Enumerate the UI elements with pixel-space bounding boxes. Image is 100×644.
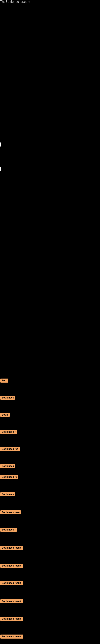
result-row: Bottleneck result — [0, 580, 23, 587]
result-row: Bottleneck result — [0, 633, 23, 640]
cursor-line-1 — [0, 142, 1, 146]
result-row: Bottleneck — [0, 463, 15, 470]
bottleneck-result-button[interactable]: Bottleneck r — [0, 430, 17, 434]
bottleneck-result-button[interactable]: Bottleneck — [0, 396, 15, 400]
bottleneck-result-button[interactable]: Bottleneck r — [0, 528, 17, 532]
result-row: Bott — [0, 377, 8, 384]
bottleneck-result-button[interactable]: Bottleneck result — [0, 617, 23, 621]
result-row: Bottleneck result — [0, 598, 23, 605]
result-row: Bottleneck result — [0, 616, 23, 623]
bottleneck-result-button[interactable]: Bottleneck re — [0, 475, 18, 479]
result-row: Bottleneck re — [0, 474, 18, 481]
result-row: Bottleneck — [0, 491, 15, 498]
bottleneck-result-button[interactable]: Bott — [0, 378, 8, 382]
bottleneck-result-button[interactable]: Bottleneck result — [0, 599, 23, 603]
result-row: Bottleneck r — [0, 429, 17, 436]
bottleneck-result-button[interactable]: Bottleneck result — [0, 581, 23, 585]
result-row: Bottleneck r — [0, 526, 17, 534]
result-row: Bottleneck — [0, 394, 15, 402]
cursor-line-2 — [0, 167, 1, 171]
bottleneck-result-button[interactable]: Bottleneck res — [0, 447, 20, 451]
result-row: Bottle — [0, 412, 10, 419]
bottleneck-result-button[interactable]: Bottleneck result — [0, 546, 23, 550]
bottleneck-result-button[interactable]: Bottleneck — [0, 492, 15, 496]
bottleneck-result-button[interactable]: Bottle — [0, 413, 10, 417]
result-row: Bottleneck res — [0, 446, 20, 453]
bottleneck-result-button[interactable]: Bottleneck resu — [0, 510, 21, 514]
site-title: TheBottlenecker.com — [0, 0, 30, 4]
result-row: Bottleneck resu — [0, 509, 21, 516]
bottleneck-result-button[interactable]: Bottleneck — [0, 464, 15, 468]
bottleneck-result-button[interactable]: Bottleneck result — [0, 634, 23, 638]
result-row: Bottleneck result — [0, 544, 23, 552]
bottleneck-result-button[interactable]: Bottleneck result — [0, 564, 23, 568]
result-row: Bottleneck result — [0, 562, 23, 570]
